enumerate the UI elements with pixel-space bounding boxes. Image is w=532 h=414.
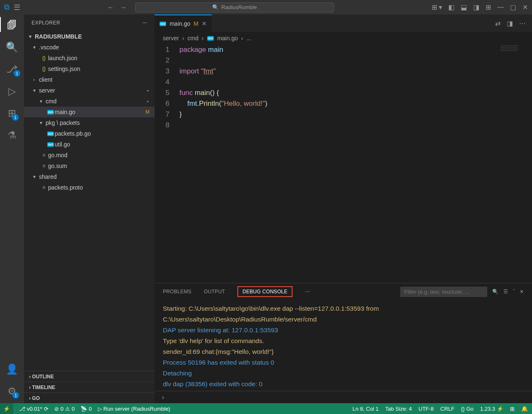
language-mode[interactable]: {} Go bbox=[461, 406, 474, 412]
tab-main-go[interactable]: GO main.go M ✕ bbox=[155, 15, 212, 32]
problems-indicator[interactable]: ⊘ 0 ⚠ 0 bbox=[54, 406, 75, 412]
outline-section[interactable]: › OUTLINE bbox=[24, 371, 155, 382]
tab-modified-badge: M bbox=[193, 20, 198, 27]
panel-tab-output[interactable]: OUTPUT bbox=[204, 289, 225, 295]
search-label: RadiusRumble bbox=[221, 4, 256, 10]
folder-pkgpackets[interactable]: ▾pkg \ packets bbox=[24, 117, 155, 128]
remote-indicator[interactable]: ⚡ bbox=[0, 403, 13, 414]
debug-repl-input[interactable]: › bbox=[155, 391, 532, 403]
tab-bar: GO main.go M ✕ ⇄ ◨ ⋯ bbox=[155, 15, 532, 32]
tab-more-icon[interactable]: ⋯ bbox=[519, 19, 526, 27]
editor-area: GO main.go M ✕ ⇄ ◨ ⋯ server› cmd› GO mai… bbox=[155, 15, 532, 403]
go-file-icon: GO bbox=[207, 36, 214, 41]
file-util.go[interactable]: GOutil.go bbox=[24, 139, 155, 150]
timeline-section[interactable]: › TIMELINE bbox=[24, 382, 155, 392]
scm-activity-icon[interactable]: ⎇1 bbox=[6, 63, 18, 75]
folder-cmd[interactable]: ▾cmd● bbox=[24, 96, 155, 107]
activity-bar: 🗐 🔍 ⎇1 ▷ ⊞1 ⚗ 👤 ⚙1 bbox=[0, 15, 24, 403]
panel-tab-problems[interactable]: PROBLEMS bbox=[163, 289, 191, 295]
copilot-icon[interactable]: ⊞ ▾ bbox=[432, 3, 442, 11]
run-task[interactable]: ▷ Run server (RadiusRumble) bbox=[98, 406, 170, 412]
nav-back-icon[interactable]: ← bbox=[107, 4, 114, 11]
project-root[interactable]: ▾RADIUSRUMBLE bbox=[24, 31, 155, 42]
explorer-activity-icon[interactable]: 🗐 bbox=[7, 19, 17, 31]
layout-grid-icon[interactable]: ⊞ bbox=[486, 3, 491, 11]
sidebar: EXPLORER ⋯ ▾RADIUSRUMBLE ▾.vscode{}launc… bbox=[24, 15, 155, 403]
cursor-position[interactable]: Ln 8, Col 1 bbox=[353, 406, 379, 412]
folder-shared[interactable]: ▾shared bbox=[24, 171, 155, 182]
search-activity-icon[interactable]: 🔍 bbox=[6, 41, 18, 53]
menu-icon[interactable]: ☰ bbox=[14, 3, 20, 12]
go-version[interactable]: 1.23.3 ⚡ bbox=[480, 406, 503, 412]
tab-size[interactable]: Tab Size: 4 bbox=[385, 406, 412, 412]
search-icon: 🔍 bbox=[212, 4, 219, 10]
filter-settings-icon[interactable]: ☰ bbox=[503, 289, 508, 295]
extensions-activity-icon[interactable]: ⊞1 bbox=[8, 107, 16, 119]
ports-indicator[interactable]: 📡 0 bbox=[80, 406, 92, 412]
debug-activity-icon[interactable]: ▷ bbox=[8, 85, 16, 97]
eol[interactable]: CRLF bbox=[440, 406, 455, 412]
go-file-icon: GO bbox=[160, 22, 166, 26]
sidebar-title: EXPLORER bbox=[31, 20, 60, 26]
layout-bottom-icon[interactable]: ⬓ bbox=[461, 3, 467, 11]
file-tree: ▾RADIUSRUMBLE ▾.vscode{}launch.json{}set… bbox=[24, 31, 155, 371]
folder-client[interactable]: ›client bbox=[24, 74, 155, 85]
breadcrumb[interactable]: server› cmd› GO main.go› ... bbox=[155, 32, 532, 44]
testing-activity-icon[interactable]: ⚗ bbox=[7, 129, 17, 141]
account-icon[interactable]: 👤 bbox=[6, 363, 18, 375]
title-bar: ⧉ ☰ ← → 🔍 RadiusRumble ⊞ ▾ ◧ ⬓ ◨ ⊞ — ▢ ✕ bbox=[0, 0, 532, 15]
sidebar-more-icon[interactable]: ⋯ bbox=[142, 20, 148, 26]
command-center[interactable]: 🔍 RadiusRumble bbox=[135, 2, 334, 12]
panel-more-icon[interactable]: ⋯ bbox=[305, 289, 310, 295]
panel-tab-debug-console[interactable]: DEBUG CONSOLE bbox=[237, 286, 293, 297]
vscode-logo-icon: ⧉ bbox=[4, 3, 10, 12]
folder-server[interactable]: ▾server● bbox=[24, 85, 155, 96]
settings-icon[interactable]: ⚙1 bbox=[7, 385, 17, 397]
layout-left-icon[interactable]: ◧ bbox=[448, 3, 455, 11]
maximize-button[interactable]: ▢ bbox=[510, 3, 516, 11]
file-packets.proto[interactable]: ≡packets.proto bbox=[24, 182, 155, 193]
layout-right-icon[interactable]: ◨ bbox=[473, 3, 479, 11]
encoding[interactable]: UTF-8 bbox=[418, 406, 434, 412]
minimize-button[interactable]: — bbox=[497, 3, 504, 11]
file-settings.json[interactable]: {}settings.json bbox=[24, 63, 155, 74]
compare-changes-icon[interactable]: ⇄ bbox=[495, 19, 501, 27]
tab-close-icon[interactable]: ✕ bbox=[202, 20, 207, 27]
minimap[interactable] bbox=[501, 44, 530, 53]
filter-input[interactable] bbox=[400, 287, 487, 297]
panel-collapse-icon[interactable]: ˆ bbox=[513, 289, 515, 295]
code-editor[interactable]: 12345678 package main import "fmt" func … bbox=[155, 44, 532, 283]
tab-filename: main.go bbox=[169, 20, 190, 27]
file-go.mod[interactable]: ≡go.mod bbox=[24, 150, 155, 161]
file-packets.pb.go[interactable]: GOpackets.pb.go bbox=[24, 128, 155, 139]
bottom-panel: PROBLEMS OUTPUT DEBUG CONSOLE ⋯ 🔍 ☰ ˆ ✕ … bbox=[155, 283, 532, 403]
file-main.go[interactable]: GOmain.goM bbox=[24, 107, 155, 117]
filter-search-icon[interactable]: 🔍 bbox=[492, 289, 498, 295]
debug-console-content[interactable]: Starting: C:\Users\saltytaro\go\bin\dlv.… bbox=[155, 300, 532, 391]
folder-vscode[interactable]: ▾.vscode bbox=[24, 42, 155, 53]
panel-close-icon[interactable]: ✕ bbox=[520, 289, 524, 295]
status-bar: ⚡ ⎇ v0.01* ⟳ ⊘ 0 ⚠ 0 📡 0 ▷ Run server (R… bbox=[0, 403, 532, 414]
file-launch.json[interactable]: {}launch.json bbox=[24, 53, 155, 63]
branch-indicator[interactable]: ⎇ v0.01* ⟳ bbox=[19, 406, 48, 412]
copilot-status-icon[interactable]: ⊞ bbox=[510, 406, 515, 412]
notifications-icon[interactable]: 🔔 bbox=[521, 406, 528, 412]
file-go.sum[interactable]: ≡go.sum bbox=[24, 161, 155, 171]
nav-forward-icon[interactable]: → bbox=[120, 4, 127, 11]
go-section[interactable]: › GO bbox=[24, 392, 155, 403]
close-button[interactable]: ✕ bbox=[522, 3, 528, 11]
split-editor-icon[interactable]: ◨ bbox=[507, 19, 513, 27]
